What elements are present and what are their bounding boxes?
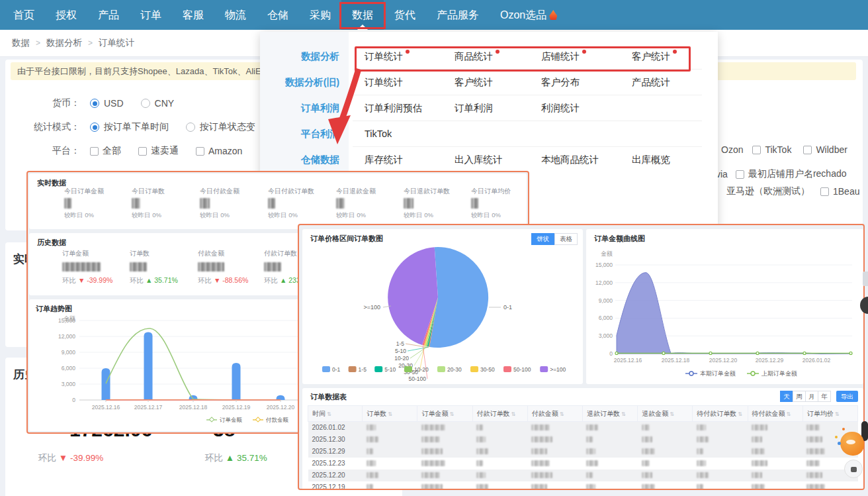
- pie-toggle-table[interactable]: 表格: [554, 233, 578, 245]
- table-row[interactable]: 2026.01.02: [308, 422, 858, 434]
- radio-icon[interactable]: [141, 99, 150, 108]
- nav-item-6[interactable]: 物流: [214, 0, 257, 30]
- masked-cell: [417, 434, 472, 446]
- sort-icon[interactable]: ⇅: [327, 411, 331, 417]
- checkbox-option[interactable]: 1Beau: [820, 186, 859, 197]
- masked-cell: [748, 446, 803, 458]
- menu-item[interactable]: 客户分布: [541, 70, 580, 95]
- breadcrumb-item-1[interactable]: 数据: [12, 37, 30, 49]
- column-header[interactable]: 付款金额⇅: [527, 406, 582, 422]
- menu-category-1[interactable]: 数据分析: [260, 44, 339, 70]
- checkbox-option[interactable]: 全部: [90, 145, 121, 157]
- floating-service-button[interactable]: [844, 460, 863, 478]
- nav-item-11[interactable]: 产品服务: [426, 0, 490, 30]
- checkbox-icon[interactable]: [752, 146, 761, 154]
- radio-option[interactable]: 按订单状态变: [186, 121, 255, 133]
- column-header[interactable]: 待付款金额⇅: [748, 406, 803, 422]
- nav-item-10[interactable]: 货代: [384, 0, 426, 30]
- nav-item-5[interactable]: 客服: [172, 0, 214, 30]
- column-header[interactable]: 待付款订单数⇅: [693, 406, 748, 422]
- sort-icon[interactable]: ⇅: [560, 411, 564, 417]
- radio-icon[interactable]: [90, 123, 99, 132]
- menu-item[interactable]: 客户统计: [455, 70, 493, 95]
- checkbox-icon[interactable]: [736, 170, 744, 179]
- table-row[interactable]: 2025.12.29: [308, 446, 858, 458]
- checkbox-icon[interactable]: [803, 146, 812, 154]
- menu-item[interactable]: 订单利润预估: [365, 95, 422, 121]
- radio-option[interactable]: USD: [90, 98, 124, 109]
- column-header[interactable]: 订单均价⇅: [803, 406, 857, 422]
- nav-item-2[interactable]: 授权: [45, 0, 87, 30]
- nav-item-7[interactable]: 仓储: [257, 0, 299, 30]
- table-row[interactable]: 2025.12.30: [308, 434, 858, 446]
- menu-item[interactable]: 产品统计: [632, 70, 670, 95]
- export-button[interactable]: 导出: [836, 391, 858, 402]
- menu-category-2[interactable]: 数据分析(旧): [260, 70, 339, 95]
- collapse-tab[interactable]: [863, 272, 868, 286]
- breadcrumb-item-2[interactable]: 数据分析: [46, 37, 82, 49]
- nav-item-8[interactable]: 采购: [299, 0, 341, 30]
- masked-value: [697, 472, 709, 478]
- period-button-4[interactable]: 年: [818, 391, 831, 402]
- nav-item-9[interactable]: 数据: [341, 0, 384, 30]
- radio-icon[interactable]: [186, 123, 195, 132]
- checkbox-icon[interactable]: [820, 187, 829, 196]
- checkbox-icon[interactable]: [196, 147, 204, 156]
- breadcrumb-item-3[interactable]: 订单统计: [99, 37, 134, 49]
- menu-item[interactable]: 订单利润: [455, 95, 493, 121]
- column-header[interactable]: 退款订单数⇅: [582, 406, 637, 422]
- menu-item[interactable]: 店铺统计: [541, 44, 580, 70]
- period-button-3[interactable]: 月: [805, 391, 818, 402]
- checkbox-icon[interactable]: [90, 147, 99, 156]
- sort-icon[interactable]: ⇅: [511, 411, 516, 417]
- column-header[interactable]: 订单数⇅: [363, 406, 417, 422]
- menu-item[interactable]: 本地商品统计: [541, 147, 599, 173]
- sort-icon[interactable]: ⇅: [738, 411, 742, 417]
- menu-item[interactable]: 订单统计: [365, 44, 403, 70]
- column-header[interactable]: 付款订单数⇅: [472, 406, 527, 422]
- column-header[interactable]: 时间⇅: [308, 406, 363, 422]
- table-row[interactable]: 2025.12.19: [308, 481, 858, 491]
- menu-item[interactable]: 库存统计: [365, 147, 403, 173]
- pie-toggle-pie[interactable]: 饼状: [531, 233, 554, 245]
- radio-icon[interactable]: [90, 99, 99, 108]
- menu-item[interactable]: 出库概览: [632, 147, 670, 173]
- checkbox-icon[interactable]: [138, 147, 147, 156]
- masked-value: [752, 436, 762, 442]
- menu-item[interactable]: 客户统计: [632, 44, 670, 70]
- period-button-1[interactable]: 天: [780, 391, 793, 402]
- checkbox-option[interactable]: Wildber: [803, 144, 847, 155]
- mega-menu-rows: 数据分析订单统计商品统计店铺统计客户统计数据分析(旧)订单统计客户统计客户分布产…: [260, 44, 718, 173]
- table-row[interactable]: 2025.12.23: [308, 458, 858, 470]
- nav-item-3[interactable]: 产品: [87, 0, 130, 30]
- svg-text:5-10: 5-10: [395, 348, 406, 354]
- nav-item-4[interactable]: 订单: [130, 0, 172, 30]
- sort-icon[interactable]: ⇅: [835, 411, 840, 417]
- checkbox-option[interactable]: TikTok: [752, 144, 791, 155]
- menu-item[interactable]: 订单统计: [365, 70, 403, 95]
- menu-item[interactable]: 利润统计: [541, 95, 580, 121]
- sort-icon[interactable]: ⇅: [388, 411, 392, 417]
- radio-option[interactable]: CNY: [141, 98, 175, 109]
- sort-icon[interactable]: ⇅: [670, 411, 674, 417]
- checkbox-option[interactable]: Amazon: [196, 146, 242, 156]
- period-button-2[interactable]: 周: [793, 391, 806, 402]
- menu-category-5[interactable]: 仓储数据: [260, 147, 339, 173]
- menu-item[interactable]: 商品统计: [455, 44, 493, 70]
- nav-item-1[interactable]: 首页: [3, 0, 45, 30]
- sort-icon[interactable]: ⇅: [787, 411, 791, 417]
- column-header[interactable]: 订单金额⇅: [417, 406, 472, 422]
- sort-icon[interactable]: ⇅: [449, 411, 454, 417]
- table-row[interactable]: 2025.12.20: [308, 470, 858, 481]
- sort-icon[interactable]: ⇅: [621, 411, 626, 417]
- menu-category-4[interactable]: 平台利润: [260, 121, 339, 147]
- radio-option[interactable]: 按订单下单时间: [90, 121, 169, 133]
- menu-item[interactable]: 出入库统计: [455, 147, 503, 173]
- nav-item-12[interactable]: Ozon选品: [490, 0, 568, 30]
- checkbox-option[interactable]: 最初店铺用户名rechado: [736, 168, 847, 180]
- menu-item[interactable]: TikTok: [365, 121, 392, 147]
- menu-category-3[interactable]: 订单利润: [260, 95, 339, 121]
- assistant-mascot-icon[interactable]: [840, 432, 864, 456]
- checkbox-option[interactable]: 速卖通: [138, 145, 179, 157]
- column-header[interactable]: 退款金额⇅: [638, 406, 693, 422]
